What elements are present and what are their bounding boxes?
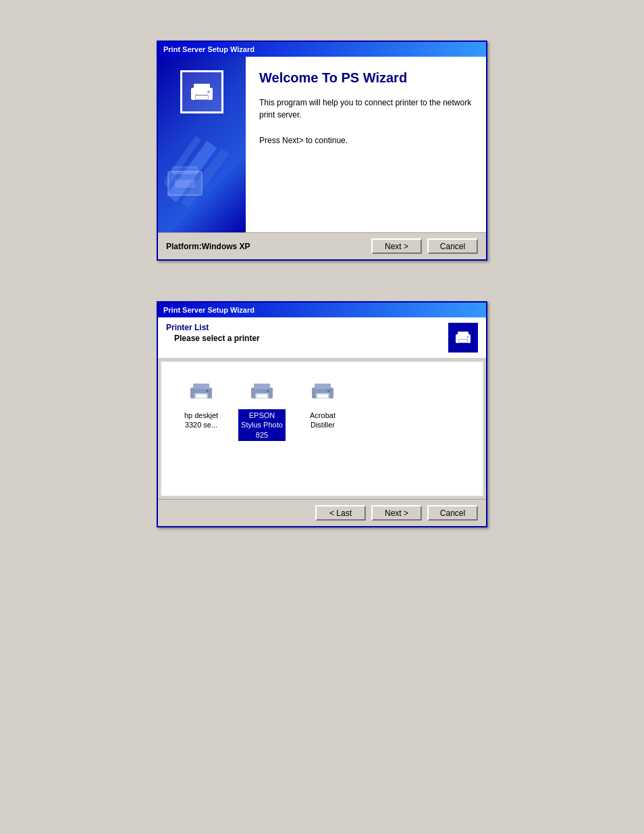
next-button-2[interactable]: Next >: [371, 505, 422, 521]
cancel-button-2[interactable]: Cancel: [427, 505, 478, 521]
printer-item-2[interactable]: EPSON Stylus Photo 825: [238, 378, 286, 441]
svg-point-25: [267, 390, 269, 392]
printer-icon-epson: [249, 380, 275, 405]
dialog2-footer: < Last Next > Cancel: [158, 499, 486, 526]
printer-header-svg: [453, 328, 473, 348]
svg-rect-12: [458, 332, 468, 336]
next-button-1[interactable]: Next >: [371, 238, 422, 254]
dialog2-header-left: Printer List Please select a printer: [166, 323, 260, 343]
svg-rect-24: [257, 394, 267, 398]
dialog1-footer: Platform:Windows XP Next > Cancel: [158, 232, 486, 259]
svg-rect-22: [254, 384, 270, 389]
title-bar-2: Print Server Setup Wizard: [158, 303, 486, 317]
printer-icon-acrobat: [310, 380, 336, 405]
dialog2-header: Printer List Please select a printer: [158, 317, 486, 359]
svg-point-15: [467, 336, 469, 338]
svg-point-4: [207, 90, 210, 93]
dialog2-body: hp deskjet 3320 se... EPSON Stylus Photo…: [161, 361, 483, 496]
svg-rect-17: [193, 384, 209, 389]
dialog1-content: Welcome To PS Wizard This program will h…: [158, 57, 486, 232]
deco-lines: [165, 131, 239, 212]
cancel-button-1[interactable]: Cancel: [427, 238, 478, 254]
welcome-description: This program will help you to connect pr…: [259, 97, 473, 121]
printer-item-icon-3: [308, 378, 337, 407]
printer-item-label-1: hp deskjet 3320 se...: [178, 409, 225, 432]
printer-item-label-3: Acrobat Distiller: [299, 409, 346, 432]
title-bar-1: Print Server Setup Wizard: [158, 42, 486, 57]
svg-point-30: [327, 390, 330, 392]
title-bar-2-label: Print Server Setup Wizard: [163, 306, 254, 314]
dialog-printer-list: Print Server Setup Wizard Printer List P…: [157, 301, 487, 527]
dialog1-buttons: Next > Cancel: [371, 238, 478, 254]
welcome-title: Welcome To PS Wizard: [259, 70, 473, 86]
svg-rect-10: [175, 180, 195, 188]
title-bar-1-label: Print Server Setup Wizard: [163, 45, 254, 53]
svg-rect-9: [173, 167, 197, 174]
svg-rect-29: [317, 394, 328, 398]
svg-rect-1: [194, 84, 210, 89]
dialog1-left-panel: [158, 57, 246, 232]
platform-label: Platform:Windows XP: [166, 242, 250, 251]
svg-rect-14: [459, 340, 467, 342]
printer-icon-large: [180, 70, 223, 113]
printer-list-section-title: Printer List: [166, 323, 260, 332]
printer-item-1[interactable]: hp deskjet 3320 se...: [178, 378, 225, 441]
printer-item-icon-1: [187, 378, 215, 407]
select-printer-label: Please select a printer: [166, 334, 260, 343]
printer-item-3[interactable]: Acrobat Distiller: [299, 378, 346, 441]
dialog1-right-panel: Welcome To PS Wizard This program will h…: [246, 57, 486, 232]
svg-rect-27: [315, 384, 331, 389]
dialog-welcome: Print Server Setup Wizard: [157, 41, 487, 261]
printer-icon-hp: [188, 380, 214, 405]
welcome-instruction: Press Next> to continue.: [259, 134, 473, 147]
svg-rect-3: [196, 96, 208, 99]
printer-item-label-2: EPSON Stylus Photo 825: [238, 409, 286, 441]
svg-point-20: [206, 390, 209, 392]
printer-list: hp deskjet 3320 se... EPSON Stylus Photo…: [172, 373, 472, 446]
printer-svg-icon: [187, 77, 217, 107]
printer-icon-header: [448, 323, 478, 353]
svg-rect-19: [196, 394, 207, 398]
printer-item-icon-2: [248, 378, 276, 407]
last-button[interactable]: < Last: [315, 505, 366, 521]
